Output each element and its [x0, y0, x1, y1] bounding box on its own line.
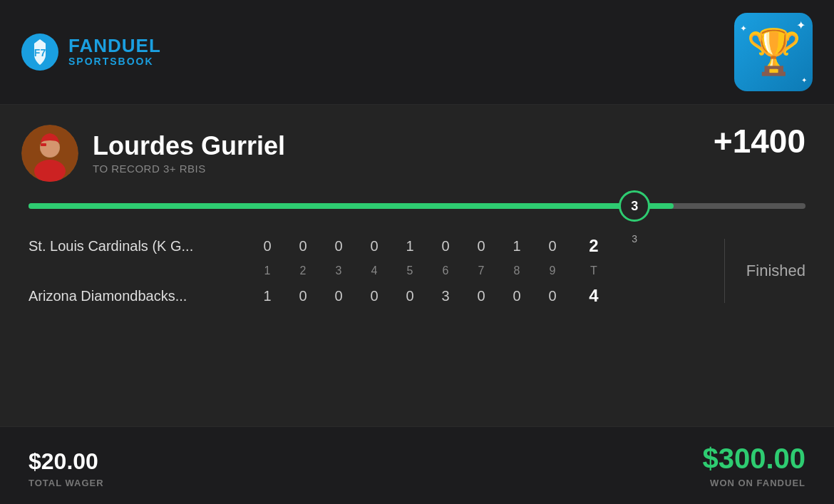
cardinals-i7: 0: [463, 238, 499, 254]
progress-label: 3: [632, 233, 637, 245]
svg-rect-6: [41, 143, 46, 146]
trophy-section: ✦ ✦ ✦ 🏆: [734, 13, 813, 91]
cardinals-i8: 1: [499, 238, 535, 254]
dbacks-total: 4: [576, 286, 612, 306]
score-section: St. Louis Cardinals (K G... 0 0 0 0 1 0 …: [0, 216, 834, 326]
avatar-svg: [21, 125, 78, 182]
dbacks-i8: 0: [499, 288, 535, 304]
cardinals-i4: 0: [356, 238, 392, 254]
logo-text: FANDUEL SPORTSBOOK: [68, 36, 161, 68]
sparkle-icon-3: ✦: [801, 76, 807, 84]
cardinals-i9: 0: [535, 238, 570, 254]
dbacks-i3: 0: [321, 288, 356, 304]
vertical-divider: [724, 239, 725, 303]
progress-track: 3 3: [29, 203, 805, 209]
wager-section: $20.00 TOTAL WAGER: [29, 448, 104, 488]
inning-header-2: 2: [285, 264, 321, 277]
logo-section: F7 FANDUEL SPORTSBOOK: [21, 34, 161, 71]
player-left: Lourdes Gurriel TO RECORD 3+ RBIS: [21, 125, 285, 182]
inning-header-row: 1 2 3 4 5 6 7 8 9 T: [29, 262, 703, 280]
bet-description: TO RECORD 3+ RBIS: [93, 163, 285, 175]
diamondbacks-row: Arizona Diamondbacks... 1 0 0 0 0 3 0 0 …: [29, 280, 703, 312]
inning-header-3: 3: [321, 264, 356, 277]
cardinals-i3: 0: [321, 238, 356, 254]
sparkle-icon-1: ✦: [796, 19, 805, 32]
inning-header-4: 4: [356, 264, 392, 277]
score-table: St. Louis Cardinals (K G... 0 0 0 0 1 0 …: [29, 230, 703, 312]
svg-text:F7: F7: [34, 47, 46, 58]
progress-fill: [29, 203, 674, 209]
team-name-cardinals: St. Louis Cardinals (K G...: [29, 238, 249, 254]
inning-header-6: 6: [428, 264, 463, 277]
progress-section: 3 3: [0, 196, 834, 216]
fanduel-logo-icon: F7: [21, 34, 58, 71]
dbacks-i1: 1: [249, 288, 285, 304]
svg-point-4: [34, 160, 66, 182]
inning-header-8: 8: [499, 264, 535, 277]
dbacks-i4: 0: [356, 288, 392, 304]
sparkle-icon-2: ✦: [740, 24, 747, 34]
cardinals-total: 2: [576, 236, 612, 256]
cardinals-i1: 0: [249, 238, 285, 254]
dbacks-i9: 0: [535, 288, 570, 304]
inning-header-1: 1: [249, 264, 285, 277]
cardinals-i6: 0: [428, 238, 463, 254]
brand-name: FANDUEL: [68, 36, 161, 55]
player-avatar: [21, 125, 78, 182]
dbacks-i2: 0: [285, 288, 321, 304]
wager-label: TOTAL WAGER: [29, 478, 104, 488]
winnings-section: $300.00 WON ON FANDUEL: [702, 443, 805, 488]
player-section: Lourdes Gurriel TO RECORD 3+ RBIS +1400: [0, 105, 834, 196]
player-info: Lourdes Gurriel TO RECORD 3+ RBIS: [93, 132, 285, 175]
winnings-label: WON ON FANDUEL: [710, 478, 805, 488]
cardinals-i2: 0: [285, 238, 321, 254]
inning-header-9: 9: [535, 264, 570, 277]
cardinals-row: St. Louis Cardinals (K G... 0 0 0 0 1 0 …: [29, 230, 703, 262]
odds-value: +1400: [714, 125, 805, 158]
wager-amount: $20.00: [29, 448, 104, 475]
header: F7 FANDUEL SPORTSBOOK ✦ ✦ ✦ 🏆: [0, 0, 834, 105]
winnings-amount: $300.00: [702, 443, 805, 475]
dbacks-i5: 0: [392, 288, 428, 304]
player-name: Lourdes Gurriel: [93, 132, 285, 160]
team-name-diamondbacks: Arizona Diamondbacks...: [29, 288, 249, 304]
dbacks-i6: 3: [428, 288, 463, 304]
game-status: Finished: [746, 262, 805, 280]
cardinals-i5: 1: [392, 238, 428, 254]
trophy-icon: 🏆: [746, 30, 801, 74]
main-card: Lourdes Gurriel TO RECORD 3+ RBIS +1400 …: [0, 105, 834, 504]
inning-header-7: 7: [463, 264, 499, 277]
bottom-section: $20.00 TOTAL WAGER $300.00 WON ON FANDUE…: [0, 426, 834, 504]
dbacks-i7: 0: [463, 288, 499, 304]
inning-header-5: 5: [392, 264, 428, 277]
brand-subtitle: SPORTSBOOK: [68, 55, 161, 68]
total-header: T: [576, 264, 612, 277]
progress-marker-value: 3: [631, 199, 638, 214]
progress-marker: 3: [619, 190, 650, 222]
